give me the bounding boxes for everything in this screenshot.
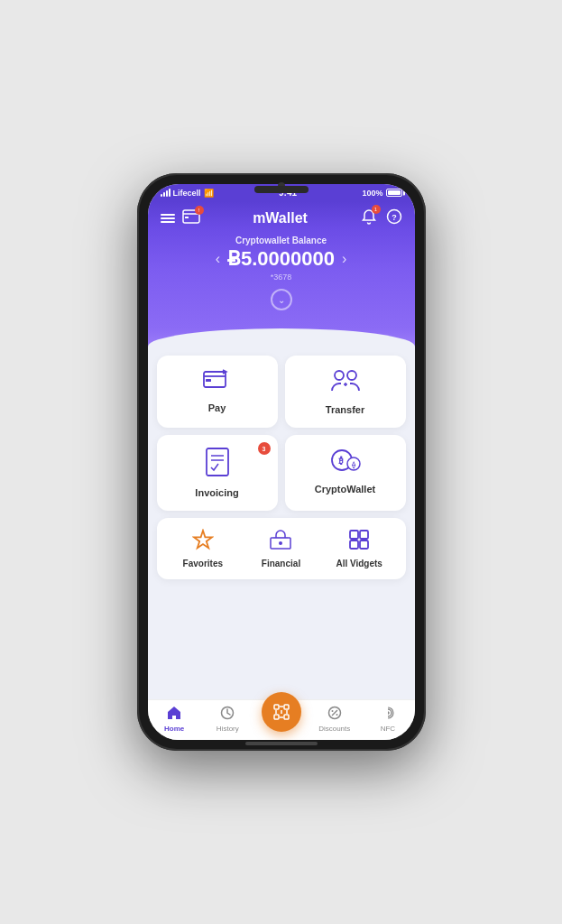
svg-rect-24 xyxy=(274,705,279,709)
grid-row-1: Pay Transfer xyxy=(157,356,406,428)
nav-scan-button[interactable] xyxy=(262,692,301,732)
nav-discounts[interactable]: Discounts xyxy=(308,706,361,733)
nav-discounts-label: Discounts xyxy=(318,725,350,733)
balance-value: 5.0000000 xyxy=(241,247,335,270)
allvidgets-item[interactable]: All Vidgets xyxy=(322,529,397,568)
pay-card[interactable]: Pay xyxy=(157,356,278,428)
invoicing-icon xyxy=(205,448,230,482)
app-header: ! mWallet 1 ? xyxy=(148,201,415,228)
invoicing-badge: 3 xyxy=(258,442,271,455)
invoicing-card[interactable]: 3 Invoicing xyxy=(157,435,278,511)
balance-amount: Ƀ5.0000000 xyxy=(227,247,335,271)
menu-button[interactable] xyxy=(161,214,175,223)
allvidgets-icon xyxy=(348,529,370,555)
svg-rect-2 xyxy=(185,217,189,218)
battery-label: 100% xyxy=(362,189,382,198)
main-content: Pay Transfer xyxy=(148,346,415,699)
balance-next[interactable]: › xyxy=(342,251,346,267)
header-right: 1 ? xyxy=(361,208,402,228)
pay-icon xyxy=(203,368,232,397)
phone-screen: Lifecell 📶 9:41 100% xyxy=(148,184,415,740)
financial-label: Financial xyxy=(262,559,300,568)
cryptowallet-icon: ₿ ⟠ xyxy=(330,448,361,478)
favorites-item[interactable]: Favorites xyxy=(166,529,241,568)
scan-icon xyxy=(272,703,290,721)
nav-scan-container xyxy=(254,707,308,732)
expand-button[interactable]: ⌄ xyxy=(271,289,292,310)
nav-home[interactable]: Home xyxy=(148,706,201,733)
cryptowallet-card[interactable]: ₿ ⟠ CryptoWallet xyxy=(285,435,406,511)
svg-rect-26 xyxy=(274,715,279,719)
pay-label: Pay xyxy=(208,402,226,413)
financial-item[interactable]: Financial xyxy=(244,529,318,568)
status-left: Lifecell 📶 xyxy=(161,189,214,198)
bell-badge: 1 xyxy=(372,205,381,214)
signal-bars xyxy=(161,189,170,197)
currency-symbol: Ƀ xyxy=(227,247,241,270)
grid-row-2: 3 Invoicing xyxy=(157,435,406,511)
bottom-nav: Home History xyxy=(148,699,415,740)
help-icon: ? xyxy=(386,208,402,225)
wifi-icon: 📶 xyxy=(204,189,214,198)
battery-icon xyxy=(386,189,402,197)
favorites-label: Favorites xyxy=(183,559,223,568)
svg-rect-25 xyxy=(284,705,289,709)
transfer-icon xyxy=(330,368,361,399)
svg-point-35 xyxy=(331,710,333,712)
bell-button[interactable]: 1 xyxy=(361,208,377,228)
allvidgets-label: All Vidgets xyxy=(336,559,382,568)
help-button[interactable]: ? xyxy=(386,208,402,228)
svg-rect-20 xyxy=(360,531,368,539)
balance-account: *3678 xyxy=(161,273,402,282)
invoicing-label: Invoicing xyxy=(195,487,238,498)
financial-icon xyxy=(270,529,291,555)
home-icon xyxy=(167,706,181,723)
nav-home-label: Home xyxy=(164,725,184,733)
phone-home-bar xyxy=(245,742,318,745)
nav-nfc-label: NFC xyxy=(381,725,395,733)
nav-nfc[interactable]: NFC xyxy=(361,706,414,733)
wave-divider xyxy=(148,328,415,346)
history-icon xyxy=(220,706,235,723)
balance-label: Cryptowallet Balance xyxy=(161,236,402,245)
transfer-card[interactable]: Transfer xyxy=(285,356,406,428)
svg-text:?: ? xyxy=(392,213,397,222)
status-right: 100% xyxy=(362,189,401,198)
discounts-icon xyxy=(327,706,342,723)
balance-prev[interactable]: ‹ xyxy=(216,251,220,267)
cryptowallet-label: CryptoWallet xyxy=(315,484,375,494)
balance-section: Cryptowallet Balance ‹ Ƀ5.0000000 › *367… xyxy=(148,228,415,328)
svg-text:₿: ₿ xyxy=(337,456,343,466)
svg-point-8 xyxy=(335,371,344,380)
svg-rect-7 xyxy=(206,379,211,382)
transfer-label: Transfer xyxy=(326,404,364,415)
svg-rect-22 xyxy=(360,541,368,549)
nav-history[interactable]: History xyxy=(201,706,254,733)
favorites-icon xyxy=(192,529,214,555)
svg-point-9 xyxy=(347,371,356,380)
svg-rect-27 xyxy=(284,715,289,719)
nav-history-label: History xyxy=(217,725,239,733)
svg-point-36 xyxy=(336,714,337,716)
header-left: ! xyxy=(161,209,200,227)
svg-rect-19 xyxy=(350,531,358,539)
nfc-icon xyxy=(381,706,395,723)
card-badge: ! xyxy=(195,206,204,215)
svg-rect-10 xyxy=(207,448,228,476)
carrier-label: Lifecell xyxy=(173,189,201,198)
phone-notch xyxy=(254,186,309,193)
bottom-row: Favorites Financial xyxy=(157,518,406,579)
svg-rect-21 xyxy=(350,541,358,549)
balance-row: ‹ Ƀ5.0000000 › xyxy=(161,247,402,271)
app-title: mWallet xyxy=(253,210,308,226)
svg-point-18 xyxy=(279,541,282,545)
card-button[interactable]: ! xyxy=(182,209,200,227)
phone-outer: Lifecell 📶 9:41 100% xyxy=(137,173,426,751)
